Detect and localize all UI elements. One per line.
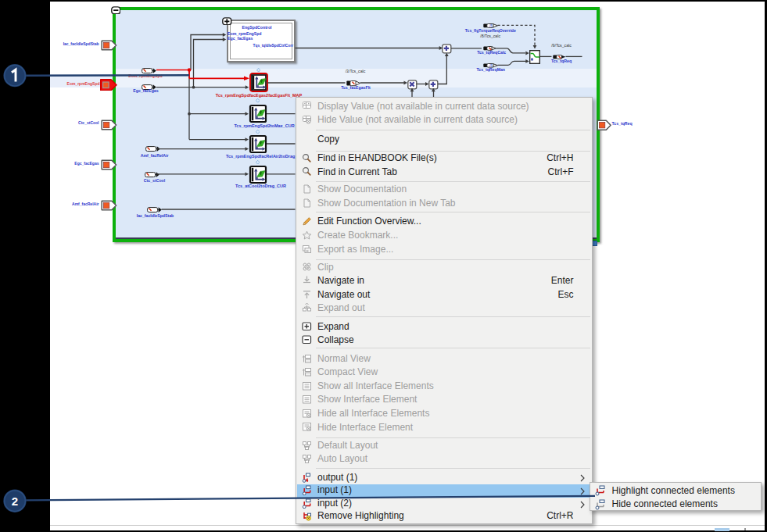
svg-text:2: 2 — [12, 495, 18, 508]
